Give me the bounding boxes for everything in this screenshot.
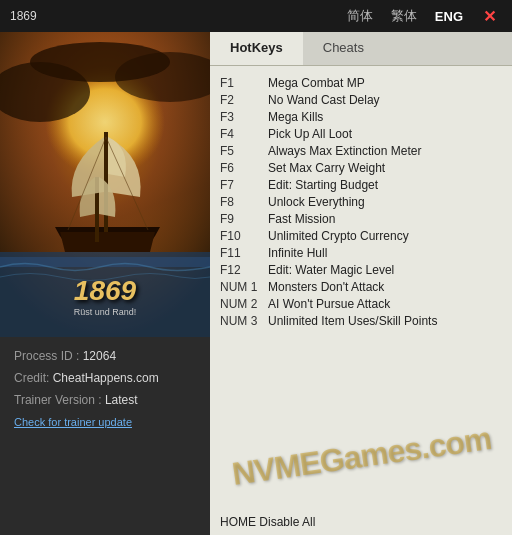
- cheat-desc: Set Max Carry Weight: [268, 161, 385, 175]
- update-link[interactable]: Check for trainer update: [14, 416, 132, 428]
- lang-trad-btn[interactable]: 繁体: [387, 5, 421, 27]
- tabs: HotKeys Cheats: [210, 32, 512, 66]
- lang-eng-btn[interactable]: ENG: [431, 7, 467, 26]
- cheat-row: F10Unlimited Crypto Currency: [220, 227, 502, 244]
- update-link-row[interactable]: Check for trainer update: [14, 415, 196, 429]
- cheat-key: F2: [220, 93, 268, 107]
- cheat-key: F8: [220, 195, 268, 209]
- cheat-desc: Mega Combat MP: [268, 76, 365, 90]
- cheat-row: F2No Wand Cast Delay: [220, 91, 502, 108]
- game-subtitle: Rüst und Rand!: [0, 307, 210, 317]
- cheat-row: F7Edit: Starting Budget: [220, 176, 502, 193]
- cheats-list: F1Mega Combat MPF2No Wand Cast DelayF3Me…: [210, 66, 512, 505]
- cheat-row: F1Mega Combat MP: [220, 74, 502, 91]
- svg-point-4: [30, 42, 170, 82]
- cheat-row: F4Pick Up All Loot: [220, 125, 502, 142]
- cheat-desc: Fast Mission: [268, 212, 335, 226]
- process-id-row: Process ID : 12064: [14, 349, 196, 363]
- cheat-desc: Monsters Don't Attack: [268, 280, 384, 294]
- credit-label: Credit:: [14, 371, 53, 385]
- cheat-desc: Infinite Hull: [268, 246, 327, 260]
- cheat-desc: Unlock Everything: [268, 195, 365, 209]
- cheat-row: F8Unlock Everything: [220, 193, 502, 210]
- cheat-key: NUM 2: [220, 297, 268, 311]
- close-button[interactable]: ✕: [477, 5, 502, 28]
- home-action-text: HOME Disable All: [220, 515, 315, 529]
- home-row: HOME Disable All: [210, 505, 512, 535]
- main-content: 1869 Rüst und Rand! Process ID : 12064 C…: [0, 32, 512, 535]
- game-title-overlay: 1869 Rüst und Rand!: [0, 275, 210, 317]
- cheat-key: F11: [220, 246, 268, 260]
- cheat-key: F3: [220, 110, 268, 124]
- lang-simple-btn[interactable]: 简体: [343, 5, 377, 27]
- game-image: 1869 Rüst und Rand!: [0, 32, 210, 337]
- cheat-key: F5: [220, 144, 268, 158]
- cheat-key: F10: [220, 229, 268, 243]
- cheat-row: F12Edit: Water Magic Level: [220, 261, 502, 278]
- cheat-key: F12: [220, 263, 268, 277]
- cheat-key: F1: [220, 76, 268, 90]
- left-panel: 1869 Rüst und Rand! Process ID : 12064 C…: [0, 32, 210, 535]
- credit-row: Credit: CheatHappens.com: [14, 371, 196, 385]
- cheat-row: F9Fast Mission: [220, 210, 502, 227]
- version-row: Trainer Version : Latest: [14, 393, 196, 407]
- cheat-key: F7: [220, 178, 268, 192]
- tab-hotkeys[interactable]: HotKeys: [210, 32, 303, 65]
- version-label: Trainer Version :: [14, 393, 105, 407]
- credit-value: CheatHappens.com: [53, 371, 159, 385]
- cheat-desc: Edit: Water Magic Level: [268, 263, 394, 277]
- cheat-desc: Always Max Extinction Meter: [268, 144, 421, 158]
- cheat-row: F11Infinite Hull: [220, 244, 502, 261]
- cheat-desc: No Wand Cast Delay: [268, 93, 380, 107]
- app-title: 1869: [10, 9, 37, 23]
- cheat-desc: Edit: Starting Budget: [268, 178, 378, 192]
- cheat-desc: Pick Up All Loot: [268, 127, 352, 141]
- title-bar: 1869 简体 繁体 ENG ✕: [0, 0, 512, 32]
- cheat-key: F4: [220, 127, 268, 141]
- cheat-key: NUM 3: [220, 314, 268, 328]
- info-panel: Process ID : 12064 Credit: CheatHappens.…: [0, 337, 210, 535]
- cheat-desc: AI Won't Pursue Attack: [268, 297, 390, 311]
- cheat-desc: Mega Kills: [268, 110, 323, 124]
- cheat-key: NUM 1: [220, 280, 268, 294]
- cheat-row: NUM 2AI Won't Pursue Attack: [220, 295, 502, 312]
- tab-cheats[interactable]: Cheats: [303, 32, 384, 65]
- cheat-key: F9: [220, 212, 268, 226]
- version-value: Latest: [105, 393, 138, 407]
- cheat-row: F3Mega Kills: [220, 108, 502, 125]
- process-id-value: 12064: [83, 349, 116, 363]
- process-id-label: Process ID :: [14, 349, 83, 363]
- cheat-row: F6Set Max Carry Weight: [220, 159, 502, 176]
- cheat-desc: Unlimited Crypto Currency: [268, 229, 409, 243]
- cheat-row: NUM 1Monsters Don't Attack: [220, 278, 502, 295]
- game-title-text: 1869: [0, 275, 210, 307]
- cheat-row: NUM 3Unlimited Item Uses/Skill Points: [220, 312, 502, 329]
- cheat-desc: Unlimited Item Uses/Skill Points: [268, 314, 437, 328]
- title-bar-right: 简体 繁体 ENG ✕: [343, 5, 502, 28]
- cheat-row: F5Always Max Extinction Meter: [220, 142, 502, 159]
- cheat-key: F6: [220, 161, 268, 175]
- right-panel: HotKeys Cheats F1Mega Combat MPF2No Wand…: [210, 32, 512, 535]
